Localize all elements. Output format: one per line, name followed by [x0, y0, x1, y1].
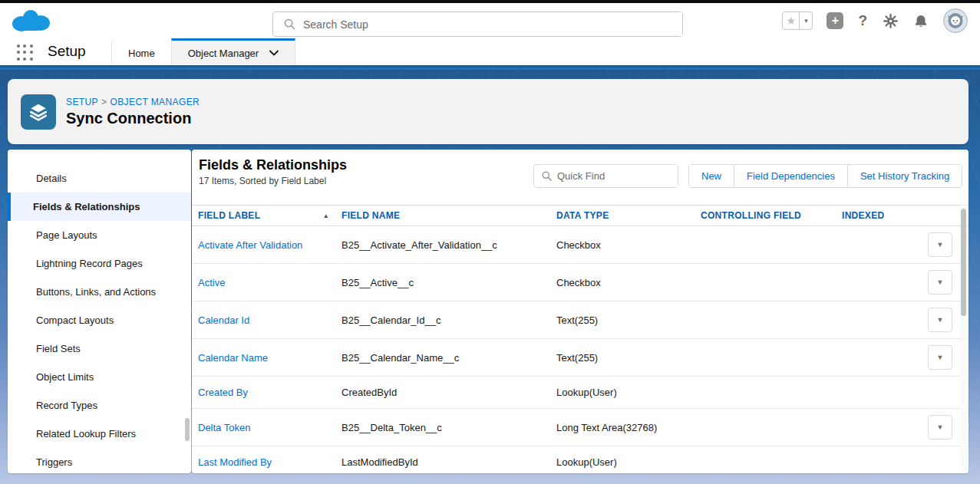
page-header-card: SETUP>OBJECT MANAGER Sync Connection	[8, 79, 968, 144]
help-question-icon[interactable]: ?	[858, 12, 867, 29]
sidebar-item-field-sets[interactable]: Field Sets	[8, 334, 191, 363]
data-type-cell: Checkbox	[556, 239, 701, 251]
data-type-cell: Long Text Area(32768)	[556, 422, 701, 433]
quick-find-input[interactable]	[557, 165, 678, 187]
row-actions-menu-button[interactable]: ▼	[928, 415, 952, 440]
global-search[interactable]	[272, 12, 683, 37]
column-header-indexed[interactable]: INDEXED	[842, 210, 926, 221]
field-name-cell: CreatedById	[342, 387, 556, 398]
user-avatar[interactable]	[943, 8, 968, 33]
field-name-cell: B25__Calendar_Name__c	[342, 352, 556, 364]
quick-add-plus-icon[interactable]: +	[827, 12, 843, 29]
list-title: Fields & Relationships	[199, 157, 347, 173]
search-icon	[542, 171, 552, 181]
sort-asc-icon: ▲	[323, 212, 329, 219]
field-dependencies-button[interactable]: Field Dependencies	[734, 165, 847, 187]
search-setup-input[interactable]	[303, 12, 682, 36]
data-type-cell: Checkbox	[556, 277, 701, 288]
data-type-cell: Text(255)	[556, 314, 701, 326]
sidebar-item-page-layouts[interactable]: Page Layouts	[8, 221, 191, 249]
fields-relationships-panel: Fields & Relationships 17 Items, Sorted …	[192, 150, 968, 473]
sidebar-scrollbar-thumb[interactable]	[185, 418, 190, 441]
field-label-link[interactable]: Calendar Name	[192, 352, 342, 364]
object-manager-icon	[21, 94, 56, 130]
sidebar-item-lightning-record-pages[interactable]: Lightning Record Pages	[8, 249, 191, 278]
sidebar-item-details[interactable]: Details	[8, 164, 191, 193]
favorites-caret-icon[interactable]: ▾	[800, 12, 813, 30]
table-row: Delta Token B25__Delta_Token__c Long Tex…	[192, 409, 968, 446]
nav-tab-object-manager[interactable]: Object Manager	[171, 38, 296, 65]
table-row: Calendar Id B25__Calendar_Id__c Text(255…	[192, 301, 968, 339]
setup-gear-icon[interactable]	[883, 13, 899, 29]
header-icon-cluster: ★ ▾ + ?	[782, 3, 968, 38]
search-icon	[284, 18, 295, 30]
column-header-data-type[interactable]: DATA TYPE	[556, 210, 701, 221]
table-row: Activate After Validation B25__Activate_…	[192, 226, 968, 264]
table-row: Created By CreatedById Lookup(User)	[192, 377, 968, 409]
field-label-link[interactable]: Active	[192, 277, 342, 288]
column-header-controlling-field[interactable]: CONTROLLING FIELD	[701, 210, 842, 221]
data-type-cell: Lookup(User)	[556, 387, 701, 398]
setup-nav-bar: Setup Home Object Manager	[0, 38, 980, 67]
row-actions-menu-button[interactable]: ▼	[928, 345, 952, 370]
row-actions-menu-button[interactable]: ▼	[928, 308, 952, 332]
field-name-cell: B25__Active__c	[342, 277, 556, 288]
field-name-cell: LastModifiedById	[342, 456, 556, 468]
global-header: ★ ▾ + ?	[0, 3, 980, 38]
field-label-link[interactable]: Created By	[192, 387, 342, 398]
table-body: Activate After Validation B25__Activate_…	[192, 226, 968, 473]
field-label-link[interactable]: Delta Token	[192, 422, 342, 433]
data-type-cell: Lookup(User)	[556, 456, 701, 468]
field-label-link[interactable]: Calendar Id	[192, 314, 342, 326]
list-toolbar: Fields & Relationships 17 Items, Sorted …	[192, 150, 968, 205]
table-scrollbar-thumb[interactable]	[961, 209, 966, 316]
page-title: Sync Connection	[66, 110, 200, 127]
set-history-tracking-button[interactable]: Set History Tracking	[847, 165, 962, 187]
list-subtitle: 17 Items, Sorted by Field Label	[199, 176, 326, 186]
breadcrumb-object-manager-link[interactable]: OBJECT MANAGER	[110, 97, 200, 107]
object-sidebar: Details Fields & Relationships Page Layo…	[8, 150, 191, 473]
nav-tabs: Home Object Manager	[111, 38, 295, 65]
salesforce-cloud-icon	[10, 8, 51, 35]
sidebar-item-fields-relationships[interactable]: Fields & Relationships	[8, 193, 191, 221]
quick-find[interactable]	[533, 164, 678, 188]
salesforce-setup-page: ★ ▾ + ?	[0, 0, 980, 484]
salesforce-logo[interactable]	[10, 8, 51, 38]
app-name: Setup	[48, 43, 86, 60]
table-row: Calendar Name B25__Calendar_Name__c Text…	[192, 339, 968, 377]
nav-tab-home[interactable]: Home	[111, 38, 171, 65]
notifications-bell-icon[interactable]	[913, 13, 929, 29]
sidebar-item-buttons-links-and-actions[interactable]: Buttons, Links, and Actions	[8, 278, 191, 306]
app-launcher-icon[interactable]	[17, 44, 34, 61]
column-header-field-label[interactable]: FIELD LABEL ▲	[192, 210, 342, 221]
sidebar-item-object-limits[interactable]: Object Limits	[8, 363, 191, 391]
favorites-star-icon[interactable]: ★	[782, 12, 800, 30]
data-type-cell: Text(255)	[556, 352, 701, 364]
breadcrumb-separator: >	[101, 97, 107, 107]
breadcrumb: SETUP>OBJECT MANAGER	[66, 97, 200, 107]
sidebar-item-related-lookup-filters[interactable]: Related Lookup Filters	[8, 420, 191, 448]
field-name-cell: B25__Activate_After_Validation__c	[342, 239, 556, 251]
field-name-cell: B25__Delta_Token__c	[342, 422, 556, 433]
sidebar-item-triggers[interactable]: Triggers	[8, 448, 191, 473]
table-row: Active B25__Active__c Checkbox ▼	[192, 264, 968, 301]
column-header-field-name[interactable]: FIELD NAME	[342, 210, 556, 221]
breadcrumb-setup-link[interactable]: SETUP	[66, 97, 98, 107]
row-actions-menu-button[interactable]: ▼	[928, 232, 952, 257]
table-row: Last Modified By LastModifiedById Lookup…	[192, 446, 968, 473]
sidebar-item-record-types[interactable]: Record Types	[8, 391, 191, 420]
toolbar-button-group: NewField DependenciesSet History Trackin…	[688, 164, 962, 188]
row-actions-menu-button[interactable]: ▼	[928, 270, 952, 295]
field-name-cell: B25__Calendar_Id__c	[342, 314, 556, 326]
sidebar-item-compact-layouts[interactable]: Compact Layouts	[8, 306, 191, 334]
table-header-row: FIELD LABEL ▲ FIELD NAME DATA TYPE CONTR…	[192, 205, 968, 226]
chevron-down-icon	[269, 50, 279, 56]
field-label-link[interactable]: Last Modified By	[192, 456, 342, 468]
new-button[interactable]: New	[689, 165, 734, 187]
favorites-button-group: ★ ▾	[782, 12, 813, 30]
field-label-link[interactable]: Activate After Validation	[192, 239, 342, 251]
